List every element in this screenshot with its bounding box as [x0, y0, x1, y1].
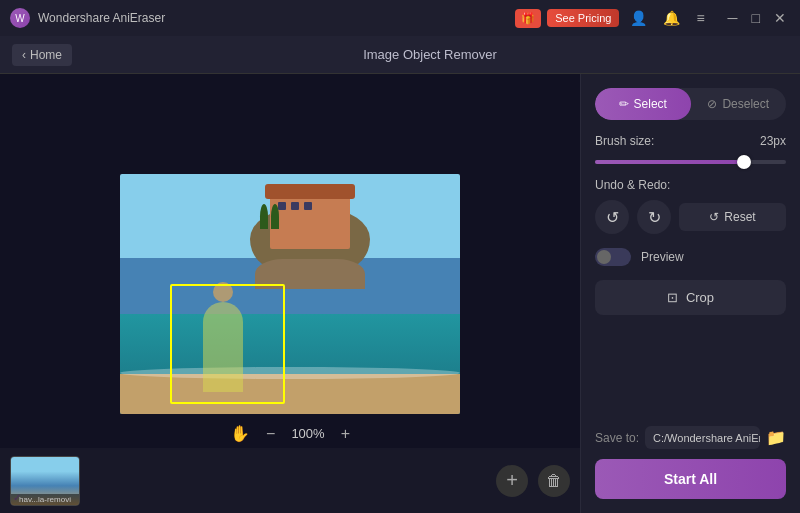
brush-size-section: Brush size: 23px — [595, 134, 786, 164]
eraser-icon: ⊘ — [707, 97, 717, 111]
person-figure — [195, 282, 250, 407]
trees — [260, 204, 279, 229]
window-3 — [304, 202, 312, 210]
select-deselect-toggle: ✏ Select ⊘ Deselect — [595, 88, 786, 120]
zoom-in-button[interactable]: + — [341, 425, 350, 443]
save-row: Save to: C:/Wondershare AniEraser/li ▾ 📁 — [595, 426, 786, 449]
hand-pan-icon: ✋ — [230, 424, 250, 443]
add-file-button[interactable]: + — [496, 465, 528, 497]
save-to-label: Save to: — [595, 431, 639, 445]
zoom-out-button[interactable]: − — [266, 425, 275, 443]
select-button[interactable]: ✏ Select — [595, 88, 691, 120]
island-base — [255, 259, 365, 289]
save-section: Save to: C:/Wondershare AniEraser/li ▾ 📁… — [595, 426, 786, 499]
brush-icon: ✏ — [619, 97, 629, 111]
canvas-image — [120, 174, 460, 414]
preview-label: Preview — [641, 250, 684, 264]
figure-head — [213, 282, 233, 302]
canvas-area[interactable]: ✋ − 100% + ✓ hav...la-removi + 🗑 — [0, 74, 580, 513]
app-title: Wondershare AniEraser — [38, 11, 165, 25]
crop-icon: ⊡ — [667, 290, 678, 305]
slider-fill — [595, 160, 744, 164]
figure-body — [203, 302, 243, 392]
undo-button[interactable]: ↺ — [595, 200, 629, 234]
tree-1 — [260, 204, 268, 229]
reset-label: Reset — [724, 210, 755, 224]
back-arrow-icon: ‹ — [22, 48, 26, 62]
brush-size-label-row: Brush size: 23px — [595, 134, 786, 148]
brush-size-label: Brush size: — [595, 134, 654, 148]
building — [270, 194, 350, 249]
browse-folder-button[interactable]: 📁 — [766, 428, 786, 447]
save-path-selector[interactable]: C:/Wondershare AniEraser/li ▾ — [645, 426, 760, 449]
title-bar-right: 🎁 See Pricing 👤 🔔 ≡ ─ □ ✕ — [515, 8, 790, 28]
main-area: ✋ − 100% + ✓ hav...la-removi + 🗑 ✏ Selec… — [0, 74, 800, 513]
sand-layer — [120, 374, 460, 414]
title-bar-left: W Wondershare AniEraser — [10, 8, 165, 28]
thumbnail-label: hav...la-removi — [11, 494, 79, 505]
window-1 — [278, 202, 286, 210]
window-2 — [291, 202, 299, 210]
notification-icon-button[interactable]: 🔔 — [658, 8, 685, 28]
preview-toggle[interactable] — [595, 248, 631, 266]
zoom-level: 100% — [291, 426, 324, 441]
home-label: Home — [30, 48, 62, 62]
film-thumbnail[interactable]: ✓ hav...la-removi — [10, 456, 80, 506]
toggle-knob — [597, 250, 611, 264]
brush-size-slider-track — [595, 160, 786, 164]
start-all-button[interactable]: Start All — [595, 459, 786, 499]
hamburger-menu-button[interactable]: ≡ — [691, 8, 709, 28]
close-button[interactable]: ✕ — [770, 8, 790, 28]
crop-button[interactable]: ⊡ Crop — [595, 280, 786, 315]
minimize-button[interactable]: ─ — [724, 8, 742, 28]
redo-button[interactable]: ↻ — [637, 200, 671, 234]
slider-thumb[interactable] — [737, 155, 751, 169]
reset-button[interactable]: ↺ Reset — [679, 203, 786, 231]
logo-letter: W — [15, 13, 24, 24]
reset-icon: ↺ — [709, 210, 719, 224]
deselect-button[interactable]: ⊘ Deselect — [691, 88, 787, 120]
gift-button[interactable]: 🎁 — [515, 9, 541, 28]
title-bar: W Wondershare AniEraser 🎁 See Pricing 👤 … — [0, 0, 800, 36]
window-controls: ─ □ ✕ — [724, 8, 790, 28]
crop-label: Crop — [686, 290, 714, 305]
building-roof — [265, 184, 355, 199]
pricing-button[interactable]: See Pricing — [547, 9, 619, 27]
right-panel: ✏ Select ⊘ Deselect Brush size: 23px Und… — [580, 74, 800, 513]
tree-2 — [271, 204, 279, 229]
page-title: Image Object Remover — [72, 47, 788, 62]
filmstrip: ✓ hav...la-removi + 🗑 — [0, 448, 580, 513]
preview-section: Preview — [595, 248, 786, 266]
undo-redo-section: Undo & Redo: ↺ ↻ ↺ Reset — [595, 178, 786, 234]
deselect-label: Deselect — [722, 97, 769, 111]
home-button[interactable]: ‹ Home — [12, 44, 72, 66]
delete-file-button[interactable]: 🗑 — [538, 465, 570, 497]
undo-redo-buttons: ↺ ↻ ↺ Reset — [595, 200, 786, 234]
canvas-container — [120, 174, 460, 414]
maximize-button[interactable]: □ — [748, 8, 764, 28]
bottom-controls: ✋ − 100% + — [0, 424, 580, 443]
gift-icon: 🎁 — [521, 12, 535, 25]
save-path-text: C:/Wondershare AniEraser/li — [653, 432, 760, 444]
select-label: Select — [634, 97, 667, 111]
app-logo: W — [10, 8, 30, 28]
toolbar: ‹ Home Image Object Remover — [0, 36, 800, 74]
wave-layer — [120, 367, 460, 379]
brush-size-value: 23px — [760, 134, 786, 148]
user-icon-button[interactable]: 👤 — [625, 8, 652, 28]
undo-redo-label: Undo & Redo: — [595, 178, 786, 192]
island — [250, 189, 370, 289]
